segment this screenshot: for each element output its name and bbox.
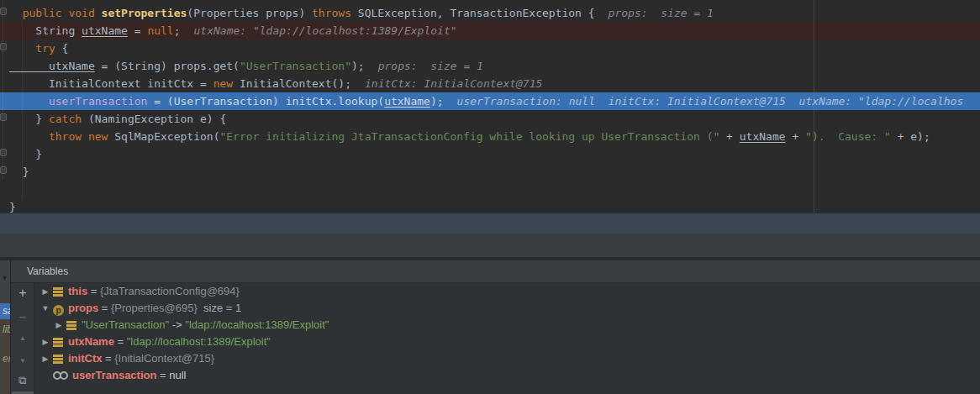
code-token: ); <box>351 60 365 72</box>
variable-segment-name: initCtx <box>68 352 102 365</box>
variable-row[interactable]: ▶this = {JtaTransactionConfig@694} <box>34 283 980 300</box>
code-line[interactable]: userTransaction = (UserTransaction) init… <box>0 92 980 110</box>
code-line[interactable]: throw new SqlMapException("Error initial… <box>0 128 980 145</box>
frame-item[interactable]: lib <box>0 322 11 338</box>
chevron-down-icon: ▼ <box>1 274 8 282</box>
code-line[interactable]: } catch (NamingException e) { <box>0 110 980 128</box>
add-watch-button[interactable]: + <box>11 286 34 301</box>
inline-debug-hint: props: size = 1 <box>378 60 483 72</box>
code-line[interactable]: try { <box>0 39 980 57</box>
variable-row[interactable]: ▶"UserTransaction" -> "ldap://localhost:… <box>34 317 980 334</box>
frame-item-selected[interactable]: sa <box>0 303 11 319</box>
code-token: = <box>128 24 147 37</box>
code-line[interactable]: } <box>0 163 980 181</box>
inline-debug-hint: utxName: "ldap://localhost:1389/Exploit" <box>194 24 457 37</box>
variable-segment-eq: = <box>156 369 169 381</box>
variable-segment-plainv: null <box>169 369 186 381</box>
code-token: SQLException, TransactionException { <box>358 7 595 19</box>
code-line[interactable]: } <box>0 198 980 213</box>
code-line[interactable]: public void setProperties(Properties pro… <box>0 4 980 22</box>
variable-row[interactable]: ▶utxName = "ldap://localhost:1389/Exploi… <box>34 334 980 350</box>
remove-watch-button[interactable]: − <box>11 310 34 325</box>
debugger-top-band <box>0 234 980 257</box>
code-token: + <box>719 130 739 143</box>
code-token: setProperties <box>102 7 187 19</box>
tree-expand-arrow-icon[interactable]: ▶ <box>40 350 51 367</box>
value-bars-icon <box>53 286 64 297</box>
code-line[interactable]: String utxName = null;utxName: "ldap://l… <box>0 22 980 39</box>
code-token: SqlMapException( <box>114 130 219 143</box>
code-line[interactable]: utxName = (String) props.get("UserTransa… <box>0 57 980 75</box>
code-token: + <box>786 130 805 143</box>
code-token: public void <box>9 7 102 19</box>
variable-row[interactable]: ▶initCtx = {InitialContext@715} <box>34 350 980 367</box>
code-token: null <box>147 24 173 37</box>
code-token: throws <box>312 7 358 19</box>
code-token: "). Cause: " <box>805 130 891 143</box>
tree-expand-arrow-icon[interactable]: ▶ <box>40 283 51 300</box>
code-token: utxName <box>82 24 128 37</box>
code-token: "Error initializing JtaTransactionConfig… <box>219 130 719 143</box>
variable-segment-ref: {Properties@695} <box>111 302 198 314</box>
variable-segment-meta: size = 1 <box>198 302 241 314</box>
field-watch-icon <box>53 370 68 381</box>
right-margin-guide <box>814 0 814 213</box>
fold-marker-icon[interactable] <box>0 43 7 50</box>
code-token: userTransaction <box>9 95 147 108</box>
code-token: { <box>55 42 69 55</box>
variables-toolbar: + − ▲ ▼ ⧉ <box>11 283 34 394</box>
tree-expand-arrow-icon[interactable]: ▶ <box>40 334 51 350</box>
code-line[interactable]: InitialContext initCtx = new InitialCont… <box>0 75 980 92</box>
inline-debug-hint: props: size = 1 <box>609 7 714 19</box>
code-token: } <box>9 148 42 160</box>
inline-debug-hint: initCtx: InitialContext@715 <box>365 77 542 90</box>
ide-window: public void setProperties(Properties pro… <box>0 0 980 394</box>
variable-segment-ref: {JtaTransactionConfig@694} <box>100 285 240 297</box>
fold-marker-icon[interactable] <box>0 8 7 15</box>
code-token: utxName <box>740 130 786 143</box>
code-token: InitialContext(); <box>233 77 351 90</box>
frame-item[interactable]: en <box>0 351 11 367</box>
code-token: } <box>9 165 29 178</box>
variable-segment-str: "ldap://localhost:1389/Exploit" <box>127 335 271 348</box>
tree-expand-arrow-icon[interactable]: ▶ <box>53 317 65 334</box>
variable-segment-name: utxName <box>68 335 114 348</box>
move-up-button[interactable]: ▲ <box>11 334 34 342</box>
variables-tree: ▶this = {JtaTransactionConfig@694}▼pprop… <box>34 283 980 394</box>
frames-panel-sliver[interactable]: ▼ sa lib en <box>0 260 11 394</box>
value-bars-icon <box>66 319 77 330</box>
variable-segment-name: userTransaction <box>72 369 156 381</box>
copy-icon[interactable]: ⧉ <box>11 374 34 387</box>
code-token: (Properties props) <box>187 7 312 19</box>
variables-panel-title: Variables <box>27 265 68 277</box>
variables-panel-header[interactable]: Variables <box>11 260 980 283</box>
variable-row[interactable]: userTransaction = null <box>34 367 980 384</box>
code-token: catch <box>49 113 82 125</box>
code-token: String <box>9 24 82 37</box>
code-token: new <box>213 77 233 90</box>
editor-debugger-splitter[interactable] <box>0 213 980 234</box>
fold-marker-icon[interactable] <box>0 113 7 121</box>
fold-marker-icon[interactable] <box>0 166 7 174</box>
fold-marker-icon[interactable] <box>0 149 7 156</box>
variable-segment-eq: = <box>98 302 111 314</box>
variable-segment-str: "ldap://localhost:1389/Exploit" <box>185 318 329 331</box>
variable-segment-eq: = <box>102 352 114 365</box>
inline-debug-hint: userTransaction: null initCtx: InitialCo… <box>457 95 964 108</box>
variable-row[interactable]: ▼pprops = {Properties@695} size = 1 <box>34 300 980 317</box>
code-line[interactable]: } <box>0 145 980 163</box>
code-token: = (UserTransaction) initCtx.lookup( <box>147 95 384 108</box>
variable-segment-eq: = <box>87 285 100 297</box>
code-token: utxName <box>384 95 430 108</box>
move-down-button[interactable]: ▼ <box>11 357 34 365</box>
variable-segment-eq: -> <box>169 318 185 331</box>
tree-expand-arrow-icon[interactable]: ▼ <box>40 300 51 317</box>
code-token: "UserTransaction" <box>240 60 351 72</box>
code-token: ); <box>430 95 444 108</box>
code-token: (NamingException e) { <box>82 113 226 125</box>
code-lines: public void setProperties(Properties pro… <box>0 4 980 213</box>
code-editor[interactable]: public void setProperties(Properties pro… <box>0 0 980 213</box>
value-bars-icon <box>53 353 64 364</box>
debugger-panel: ▼ sa lib en Variables + − ▲ ▼ ⧉ ▶this = … <box>0 260 980 394</box>
code-line[interactable] <box>0 181 980 198</box>
